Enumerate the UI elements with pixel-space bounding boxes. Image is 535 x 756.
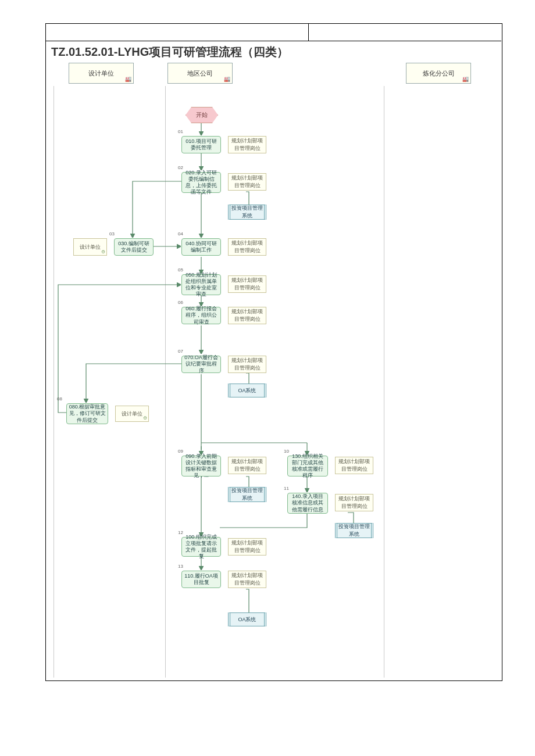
- step-number: 13: [178, 564, 183, 569]
- page: TZ.01.52.01-LYHG项目可研管理流程（四类） 设计单位 🏭 地区公司…: [0, 0, 535, 756]
- role-box: 规划计划部项目管理岗位: [228, 356, 266, 373]
- step-number: 12: [178, 530, 183, 535]
- step-label: 020.录入可研委托编制信息，上传委托函等文件: [184, 170, 219, 196]
- step-number: 10: [284, 449, 289, 454]
- step-number: 11: [284, 486, 289, 491]
- lane-header-refinery: 炼化分公司 🏭: [406, 63, 471, 84]
- top-divider: [45, 41, 501, 41]
- step-040: 040.协同可研编制工作: [181, 238, 221, 256]
- step-050: 050.规划计划处组织所属单位和专业处室审查: [181, 274, 221, 295]
- system-label: 投资项目管理系统: [230, 487, 264, 502]
- system-label: 投资项目管理系统: [337, 523, 371, 538]
- lane-icon: 🏭: [462, 76, 469, 82]
- step-number: 05: [178, 267, 183, 273]
- lane-icon: 🏭: [125, 76, 131, 82]
- role-icon: ⚙: [143, 415, 147, 421]
- role-box: 规划计划部项目管理岗位: [228, 136, 266, 153]
- step-100: 100.组织完成立项批复请示文件，提起批复: [181, 537, 221, 557]
- step-label: 090.录入前期设计关键数据指标和审查意见，...: [184, 453, 219, 479]
- role-box: 规划计划部项目管理岗位: [228, 307, 266, 324]
- step-090: 090.录入前期设计关键数据指标和审查意见，...: [181, 456, 221, 476]
- role-box: 规划计划部项目管理岗位: [228, 173, 266, 191]
- system-oa: OA系统: [228, 384, 266, 397]
- system-label: OA系统: [238, 387, 256, 395]
- lane-headers: 设计单位 🏭 地区公司 🏭 炼化分公司 🏭: [51, 63, 495, 86]
- lane-header-label: 设计单位: [88, 69, 114, 78]
- lane-icon: 🏭: [224, 76, 230, 82]
- step-label: 140.录入项目核准信息或其他需履行信息: [290, 493, 326, 513]
- role-box: 规划计划部项目管理岗位: [228, 538, 266, 556]
- step-030: 030.编制可研文件后提交: [114, 238, 154, 256]
- role-design: 设计单位⚙: [73, 238, 107, 256]
- start-node: 开始: [186, 107, 218, 123]
- role-box: 规划计划部项目管理岗位: [228, 275, 266, 293]
- system-invest: 投资项目管理系统: [228, 487, 266, 502]
- role-label: 规划计划部项目管理岗位: [230, 357, 265, 372]
- step-140: 140.录入项目核准信息或其他需履行信息: [287, 493, 328, 514]
- role-label: 规划计划部项目管理岗位: [230, 308, 265, 323]
- step-number: 07: [178, 349, 183, 354]
- step-label: 050.规划计划处组织所属单位和专业处室审查: [184, 272, 219, 298]
- lane-header-label: 炼化分公司: [423, 69, 455, 78]
- step-060: 060.履行报会程序，组织公司审查: [181, 307, 221, 324]
- step-label: 010.项目可研委托管理: [184, 138, 219, 152]
- diagram-title: TZ.01.52.01-LYHG项目可研管理流程（四类）: [51, 44, 288, 60]
- role-label: 规划计划部项目管理岗位: [230, 539, 265, 554]
- step-number: 04: [178, 231, 183, 237]
- lane-header-design: 设计单位 🏭: [69, 63, 134, 84]
- flow-canvas: 开始 01 010.项目可研委托管理 规划计划部项目管理岗位 02 020.录入…: [51, 88, 495, 675]
- role-box: 规划计划部项目管理岗位: [228, 457, 266, 474]
- step-number: 06: [178, 300, 183, 305]
- role-label: 设计单位: [122, 410, 142, 418]
- lane-header-label: 地区公司: [187, 69, 213, 78]
- role-label: 规划计划部项目管理岗位: [230, 174, 265, 189]
- role-box: 规划计划部项目管理岗位: [228, 238, 266, 256]
- role-label: 规划计划部项目管理岗位: [230, 572, 265, 587]
- system-invest: 投资项目管理系统: [335, 523, 373, 538]
- system-label: OA系统: [238, 616, 256, 624]
- system-oa: OA系统: [228, 612, 266, 626]
- role-box: 规划计划部项目管理岗位: [228, 571, 266, 588]
- step-label: 100.组织完成立项批复请示文件，提起批复: [184, 534, 219, 560]
- role-design: 设计单位⚙: [115, 406, 149, 422]
- step-label: 110.履行OA项目批复: [184, 573, 219, 586]
- step-130: 130.组织相关部门完成其他核准或需履行程序: [287, 456, 328, 476]
- role-label: 设计单位: [80, 243, 101, 251]
- role-box: 规划计划部项目管理岗位: [335, 457, 373, 474]
- step-number: 02: [178, 165, 183, 170]
- role-box: 规划计划部项目管理岗位: [335, 494, 373, 511]
- step-010: 010.项目可研委托管理: [181, 136, 221, 153]
- step-label: 030.编制可研文件后提交: [116, 241, 151, 254]
- step-number: 03: [109, 231, 115, 237]
- step-label: 080.根据审批意见，修订可研文件后提交: [69, 404, 106, 424]
- role-label: 规划计划部项目管理岗位: [337, 495, 372, 510]
- connectors: [51, 88, 495, 675]
- system-invest: 投资项目管理系统: [228, 205, 266, 220]
- step-label: 040.协同可研编制工作: [184, 241, 219, 254]
- system-label: 投资项目管理系统: [230, 205, 264, 220]
- start-label: 开始: [196, 111, 208, 119]
- lane-header-region: 地区公司 🏭: [167, 63, 233, 84]
- step-label: 130.组织相关部门完成其他核准或需履行程序: [290, 453, 326, 479]
- role-label: 规划计划部项目管理岗位: [337, 458, 372, 473]
- step-number: 08: [57, 396, 62, 402]
- role-label: 规划计划部项目管理岗位: [230, 277, 265, 292]
- step-label: 060.履行报会程序，组织公司审查: [184, 306, 219, 325]
- step-080: 080.根据审批意见，修订可研文件后提交: [66, 403, 108, 424]
- role-icon: ⚙: [101, 249, 105, 255]
- step-number: 09: [178, 449, 183, 454]
- role-label: 规划计划部项目管理岗位: [230, 239, 265, 255]
- step-number: 01: [178, 129, 183, 134]
- step-020: 020.录入可研委托编制信息，上传委托函等文件: [181, 172, 221, 193]
- step-label: 070.OA履行会议纪要审批程序: [184, 354, 219, 374]
- role-label: 规划计划部项目管理岗位: [230, 137, 265, 152]
- step-110: 110.履行OA项目批复: [181, 571, 221, 588]
- step-070: 070.OA履行会议纪要审批程序: [181, 356, 221, 373]
- role-label: 规划计划部项目管理岗位: [230, 458, 265, 473]
- top-split: [308, 23, 309, 41]
